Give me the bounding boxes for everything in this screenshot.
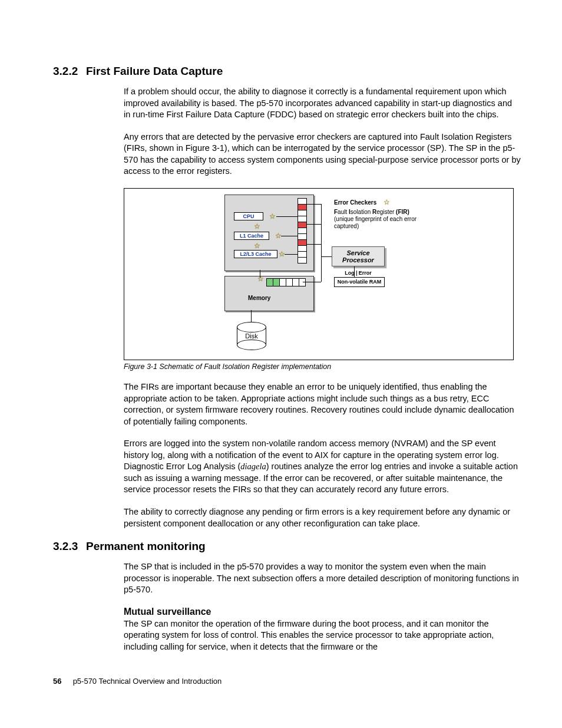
diagram-service-processor: Service Processor — [332, 246, 385, 266]
legend-error-checkers: Error Checkers — [334, 199, 376, 206]
section-number: 3.2.3 — [53, 540, 86, 553]
figure-caption: Figure 3-1 Schematic of Fault Isolation … — [124, 363, 521, 371]
paragraph: If a problem should occur, the ability t… — [124, 86, 521, 121]
diagram-cpu-box: CPU — [234, 212, 263, 220]
star-icon: ☆ — [257, 275, 264, 283]
diagram-disk-label: Disk — [237, 332, 266, 340]
diagram-l2l3-box: L2/L3 Cache — [234, 250, 277, 258]
section-title: First Failure Data Capture — [86, 65, 223, 77]
section-heading-323: 3.2.3Permanent monitoring — [53, 540, 521, 553]
paragraph: Errors are logged into the system non-vo… — [124, 438, 521, 496]
legend-fir: Fault Isolation Register (FIR) (unique f… — [334, 209, 422, 230]
section-heading-322: 3.2.2First Failure Data Capture — [53, 65, 521, 78]
legend-log-error: LogError — [338, 270, 379, 276]
star-icon: ☆ — [275, 232, 282, 240]
paragraph: The SP can monitor the operation of the … — [124, 618, 521, 653]
section-title: Permanent monitoring — [86, 540, 206, 552]
paragraph: The ability to correctly diagnose any pe… — [124, 506, 521, 529]
page-footer: 56 p5-570 Technical Overview and Introdu… — [53, 677, 521, 686]
paragraph: Any errors that are detected by the perv… — [124, 131, 521, 177]
star-icon: ☆ — [384, 198, 390, 206]
doc-title: p5-570 Technical Overview and Introducti… — [73, 677, 222, 686]
star-icon: ☆ — [254, 242, 260, 250]
diagram-nvram: Non-volatile RAM — [334, 277, 385, 287]
subheading-mutual-surveillance: Mutual surveillance — [124, 607, 521, 617]
page-number: 56 — [53, 677, 71, 686]
paragraph: The SP that is included in the p5-570 pr… — [124, 561, 521, 596]
diagram-l1-box: L1 Cache — [234, 232, 269, 240]
section-number: 3.2.2 — [53, 65, 86, 78]
star-icon: ☆ — [279, 250, 285, 258]
paragraph: The FIRs are important because they enab… — [124, 381, 521, 427]
figure-3-1: CPU ☆ ☆ L1 Cache ☆ ☆ L2/L3 Cache ☆ ☆ Mem… — [124, 188, 514, 360]
star-icon: ☆ — [254, 222, 260, 230]
star-icon: ☆ — [269, 212, 276, 220]
diagram-memory-label: Memory — [248, 295, 270, 301]
